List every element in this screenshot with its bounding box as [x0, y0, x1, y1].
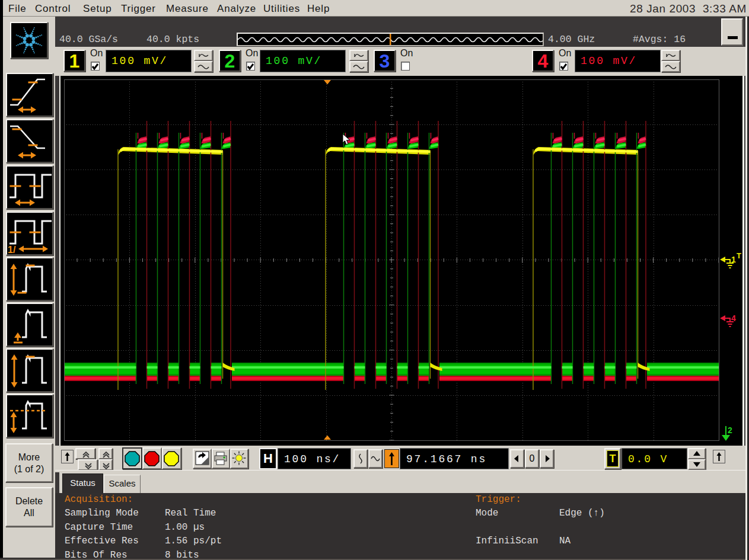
svg-text:1/: 1/: [8, 245, 16, 254]
svg-text:2: 2: [728, 425, 732, 435]
svg-text:4: 4: [731, 313, 736, 323]
svg-text:T: T: [737, 251, 741, 260]
svg-text:1: 1: [731, 255, 736, 264]
